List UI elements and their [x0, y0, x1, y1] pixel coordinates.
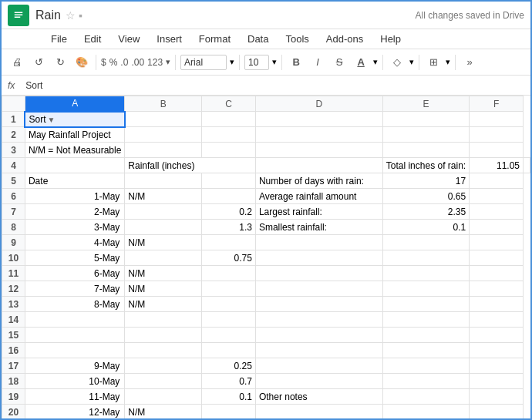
cell-20-F[interactable] — [470, 405, 524, 420]
cell-13-F[interactable] — [470, 297, 524, 312]
row-header-9[interactable]: 9 — [2, 235, 25, 250]
cell-19-A[interactable]: 11-May — [25, 389, 124, 405]
cell-6-C[interactable] — [202, 189, 256, 204]
row-header-10[interactable]: 10 — [2, 250, 25, 266]
text-color-button[interactable]: A — [352, 53, 370, 72]
cell-18-F[interactable] — [470, 374, 524, 389]
cell-2-F[interactable] — [470, 127, 524, 143]
cell-11-C[interactable] — [202, 266, 256, 281]
size-dropdown-arrow[interactable]: ▾ — [272, 57, 277, 67]
cell-13-B[interactable]: N/M — [125, 297, 202, 312]
cell-2-E[interactable] — [382, 127, 469, 143]
cell-9-E[interactable] — [382, 235, 469, 250]
row-header-1[interactable]: 1 — [2, 112, 25, 127]
cell-3-E[interactable] — [382, 143, 469, 158]
row-header-12[interactable]: 12 — [2, 281, 25, 297]
cell-1-C[interactable] — [202, 112, 256, 127]
cell-7-C[interactable]: 0.2 — [202, 204, 256, 220]
menu-addons[interactable]: Add-ons — [323, 32, 366, 46]
col-header-e[interactable]: E — [382, 96, 469, 112]
row-header-19[interactable]: 19 — [2, 389, 25, 405]
cell-15-E[interactable] — [382, 328, 469, 343]
cell-5-F[interactable] — [470, 173, 524, 189]
row-header-4[interactable]: 4 — [2, 158, 25, 173]
print-button[interactable]: 🖨 — [8, 53, 26, 72]
col-header-f[interactable]: F — [470, 96, 524, 112]
cell-12-B[interactable]: N/M — [125, 281, 202, 297]
col-header-b[interactable]: B — [125, 96, 202, 112]
cell-15-C[interactable] — [202, 328, 256, 343]
cell-16-E[interactable] — [382, 343, 469, 358]
cell-8-B[interactable] — [125, 220, 202, 235]
row-header-18[interactable]: 18 — [2, 374, 25, 389]
cell-13-E[interactable] — [382, 297, 469, 312]
cell-12-E[interactable] — [382, 281, 469, 297]
cell-4-B[interactable]: Rainfall (inches) — [125, 158, 256, 173]
cell-6-B[interactable]: N/M — [125, 189, 202, 204]
cell-19-C[interactable]: 0.1 — [202, 389, 256, 405]
font-selector[interactable] — [180, 55, 227, 70]
cell-10-D[interactable] — [255, 250, 382, 266]
cell-9-B[interactable]: N/M — [125, 235, 202, 250]
cell-10-C[interactable]: 0.75 — [202, 250, 256, 266]
cell-8-C[interactable]: 1.3 — [202, 220, 256, 235]
fill-color-arrow[interactable]: ▾ — [409, 57, 414, 67]
cell-15-A[interactable] — [25, 328, 124, 343]
cell-14-A[interactable] — [25, 312, 124, 328]
cell-15-F[interactable] — [470, 328, 524, 343]
row-header-17[interactable]: 17 — [2, 358, 25, 374]
row-header-6[interactable]: 6 — [2, 189, 25, 204]
menu-file[interactable]: File — [48, 32, 70, 46]
cell-12-F[interactable] — [470, 281, 524, 297]
col-header-c[interactable]: C — [202, 96, 256, 112]
menu-data[interactable]: Data — [244, 32, 271, 46]
font-dropdown-arrow[interactable]: ▾ — [230, 57, 234, 67]
cell-3-B[interactable] — [125, 143, 202, 158]
cell-17-E[interactable] — [382, 358, 469, 374]
cell-14-C[interactable] — [202, 312, 256, 328]
cell-10-B[interactable] — [125, 250, 202, 266]
cell-19-F[interactable] — [470, 389, 524, 405]
cell-8-A[interactable]: 3-May — [25, 220, 124, 235]
cell-20-C[interactable] — [202, 405, 256, 420]
cell-20-B[interactable]: N/M — [125, 405, 202, 420]
cell-7-D[interactable]: Largest rainfall: — [255, 204, 382, 220]
cell-1-D[interactable] — [255, 112, 382, 127]
cell-9-D[interactable] — [255, 235, 382, 250]
cell-9-A[interactable]: 4-May — [25, 235, 124, 250]
row-header-2[interactable]: 2 — [2, 127, 25, 143]
cell-7-F[interactable] — [470, 204, 524, 220]
cell-3-F[interactable] — [470, 143, 524, 158]
row-header-7[interactable]: 7 — [2, 204, 25, 220]
cell-17-A[interactable]: 9-May — [25, 358, 124, 374]
cell-18-E[interactable] — [382, 374, 469, 389]
cell-15-B[interactable] — [125, 328, 202, 343]
cell-4-E[interactable]: 11.05 — [470, 158, 524, 173]
cell-3-A[interactable]: N/M = Not Measurable — [25, 143, 124, 158]
italic-button[interactable]: I — [308, 53, 327, 72]
menu-view[interactable]: View — [115, 32, 143, 46]
more-button[interactable]: » — [460, 53, 479, 72]
cell-11-A[interactable]: 6-May — [25, 266, 124, 281]
cell-2-A[interactable]: May Rainfall Project — [25, 127, 124, 143]
font-size-input[interactable] — [244, 55, 269, 70]
cell-17-B[interactable] — [125, 358, 202, 374]
cell-4-A[interactable] — [25, 158, 124, 173]
cell-8-F[interactable] — [470, 220, 524, 235]
cell-11-F[interactable] — [470, 266, 524, 281]
cell-13-D[interactable] — [255, 297, 382, 312]
row-header-5[interactable]: 5 — [2, 173, 25, 189]
cell-6-F[interactable] — [470, 189, 524, 204]
cell-10-F[interactable] — [470, 250, 524, 266]
cell-11-B[interactable]: N/M — [125, 266, 202, 281]
cell-16-B[interactable] — [125, 343, 202, 358]
cell-13-C[interactable] — [202, 297, 256, 312]
cell-18-D[interactable] — [255, 374, 382, 389]
cell-7-E[interactable]: 2.35 — [382, 204, 469, 220]
cell-16-A[interactable] — [25, 343, 124, 358]
cell-19-E[interactable] — [382, 389, 469, 405]
cell-14-B[interactable] — [125, 312, 202, 328]
cell-9-F[interactable] — [470, 235, 524, 250]
cell-12-C[interactable] — [202, 281, 256, 297]
cell-15-D[interactable] — [255, 328, 382, 343]
